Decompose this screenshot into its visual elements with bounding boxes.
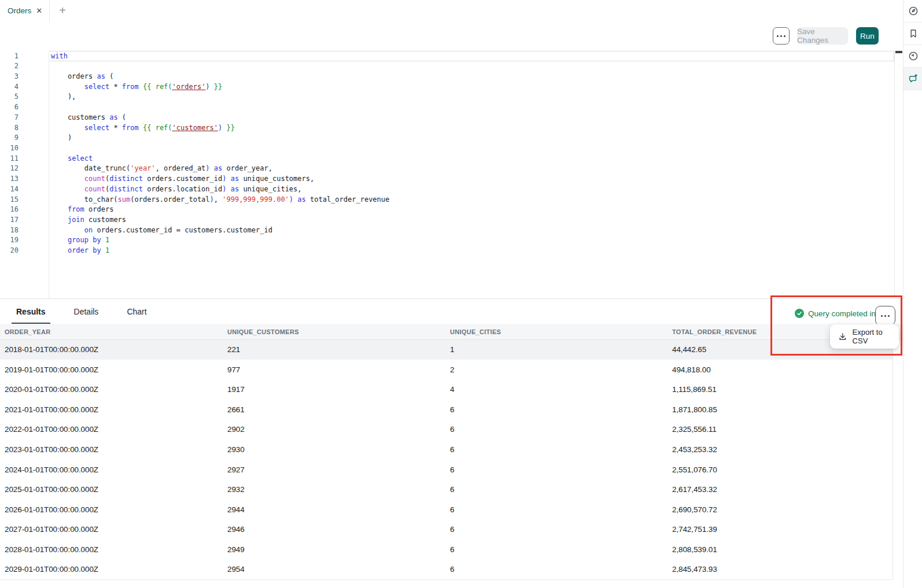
code-line[interactable]: 5 ),	[0, 92, 894, 102]
tab-details[interactable]: Details	[69, 299, 104, 324]
table-cell: 6	[445, 519, 667, 539]
table-cell: 2,453,253.32	[667, 439, 893, 460]
run-button[interactable]: Run	[856, 27, 879, 45]
table-cell: 2949	[223, 539, 445, 560]
export-csv-label: Export to CSV	[853, 328, 899, 345]
help-compass-button[interactable]	[903, 0, 922, 23]
line-number: 3	[0, 72, 19, 82]
line-number: 1	[0, 51, 19, 62]
line-number: 18	[0, 225, 19, 236]
results-tabs: ResultsDetailsChart	[12, 299, 152, 324]
query-status-text: Query completed in 5s	[808, 309, 886, 318]
table-cell: 2027-01-01T00:00:00.000Z	[0, 519, 223, 539]
new-tab-button[interactable]: +	[55, 3, 70, 18]
code-line[interactable]: 3 orders as (	[0, 72, 894, 82]
code-line[interactable]: 7 customers as (	[0, 113, 894, 123]
line-number: 6	[0, 102, 19, 113]
table-cell: 2023-01-01T00:00:00.000Z	[0, 439, 223, 460]
tab-chart[interactable]: Chart	[122, 299, 151, 324]
check-circle-icon	[795, 309, 804, 318]
history-clock-icon	[908, 51, 919, 61]
line-number: 12	[0, 164, 19, 174]
code-line[interactable]: 14 count(distinct orders.location_id) as…	[0, 184, 894, 195]
table-cell: 2028-01-01T00:00:00.000Z	[0, 539, 223, 560]
code-line[interactable]: 12 date_trunc('year', ordered_at) as ord…	[0, 164, 894, 174]
line-number: 5	[0, 92, 19, 102]
editor-toolbar: Save Changes Run	[0, 21, 903, 51]
code-line[interactable]: 17 join customers	[0, 215, 894, 225]
table-cell: 2,325,556.11	[667, 420, 893, 440]
tab-orders[interactable]: Orders ✕	[0, 0, 50, 21]
table-cell: 2,690,570.72	[667, 500, 893, 520]
code-line[interactable]: 18 on orders.customer_id = customers.cus…	[0, 225, 894, 236]
code-line[interactable]: 9 )	[0, 133, 894, 143]
table-cell: 2025-01-01T00:00:00.000Z	[0, 479, 223, 500]
table-cell: 2	[445, 360, 667, 380]
tab-orders-label: Orders	[8, 6, 31, 15]
table-cell: 1,115,869.51	[667, 380, 893, 400]
table-cell: 2020-01-01T00:00:00.000Z	[0, 380, 223, 400]
table-cell: 6	[445, 479, 667, 500]
table-cell: 6	[445, 560, 667, 580]
export-csv-menu-item[interactable]: Export to CSV	[830, 324, 899, 349]
sql-editor[interactable]: 1with23 orders as (4 select * from {{ re…	[0, 51, 903, 298]
table-row: 2022-01-01T00:00:00.000Z290262,325,556.1…	[0, 420, 893, 441]
code-line[interactable]: 13 count(distinct orders.customer_id) as…	[0, 174, 894, 184]
line-number: 4	[0, 82, 19, 93]
table-cell: 2932	[223, 479, 445, 500]
line-number: 15	[0, 195, 19, 205]
code-line[interactable]: 6	[0, 102, 894, 113]
code-line[interactable]: 4 select * from {{ ref('orders') }}	[0, 82, 894, 93]
tab-bar: Orders ✕ +	[0, 0, 903, 22]
table-row: 2020-01-01T00:00:00.000Z191741,115,869.5…	[0, 380, 893, 401]
table-cell: 2,617,453.32	[667, 479, 893, 500]
toolbar-more-button[interactable]	[773, 27, 790, 45]
table-cell: 2019-01-01T00:00:00.000Z	[0, 360, 223, 380]
code-line[interactable]: 10	[0, 143, 894, 154]
table-row: 2025-01-01T00:00:00.000Z293262,617,453.3…	[0, 479, 893, 500]
ellipsis-icon	[881, 315, 890, 317]
table-cell: 6	[445, 460, 667, 480]
column-header-unique_customers: UNIQUE_CUSTOMERS	[223, 324, 445, 339]
table-cell: 2944	[223, 500, 445, 520]
code-line[interactable]: 20 order by 1	[0, 246, 894, 256]
code-line[interactable]: 19 group by 1	[0, 235, 894, 246]
table-cell: 2661	[223, 400, 445, 420]
history-button[interactable]	[903, 45, 922, 68]
download-icon	[838, 332, 847, 341]
table-cell: 1,871,800.85	[667, 400, 893, 420]
code-line[interactable]: 15 to_char(sum(orders.order_total), '999…	[0, 195, 894, 205]
code-line[interactable]: 11 select	[0, 154, 894, 164]
table-cell: 6	[445, 400, 667, 420]
tab-results[interactable]: Results	[12, 299, 50, 324]
tab-close-icon[interactable]: ✕	[36, 7, 42, 14]
save-changes-button[interactable]: Save Changes	[797, 27, 848, 45]
table-cell: 2022-01-01T00:00:00.000Z	[0, 420, 223, 440]
table-cell: 6	[445, 539, 667, 560]
code-line[interactable]: 1with	[0, 51, 894, 62]
table-cell: 2,845,473.93	[667, 560, 893, 580]
line-number: 17	[0, 215, 19, 225]
copilot-button[interactable]	[903, 68, 922, 90]
table-cell: 2927	[223, 460, 445, 480]
table-row: 2027-01-01T00:00:00.000Z294662,742,751.3…	[0, 519, 893, 540]
table-cell: 2946	[223, 519, 445, 539]
ellipsis-icon	[777, 35, 785, 37]
line-number: 7	[0, 113, 19, 123]
results-more-button[interactable]	[875, 306, 895, 326]
code-line[interactable]: 2	[0, 61, 894, 72]
line-number: 20	[0, 246, 19, 256]
bookmark-button[interactable]	[903, 23, 922, 45]
table-cell: 2,742,751.39	[667, 519, 893, 539]
line-number: 8	[0, 123, 19, 134]
code-line[interactable]: 8 select * from {{ ref('customers') }}	[0, 123, 894, 134]
results-table-header: ORDER_YEARUNIQUE_CUSTOMERSUNIQUE_CITIEST…	[0, 324, 903, 340]
table-cell: 2902	[223, 420, 445, 440]
chat-plus-icon	[908, 73, 919, 84]
code-line[interactable]: 16 from orders	[0, 205, 894, 215]
bookmark-icon	[908, 28, 919, 39]
table-column-divider	[893, 324, 893, 579]
editor-scrollbar-thumb[interactable]	[895, 51, 902, 53]
table-cell: 2026-01-01T00:00:00.000Z	[0, 500, 223, 520]
table-row: 2028-01-01T00:00:00.000Z294962,808,539.0…	[0, 539, 893, 560]
